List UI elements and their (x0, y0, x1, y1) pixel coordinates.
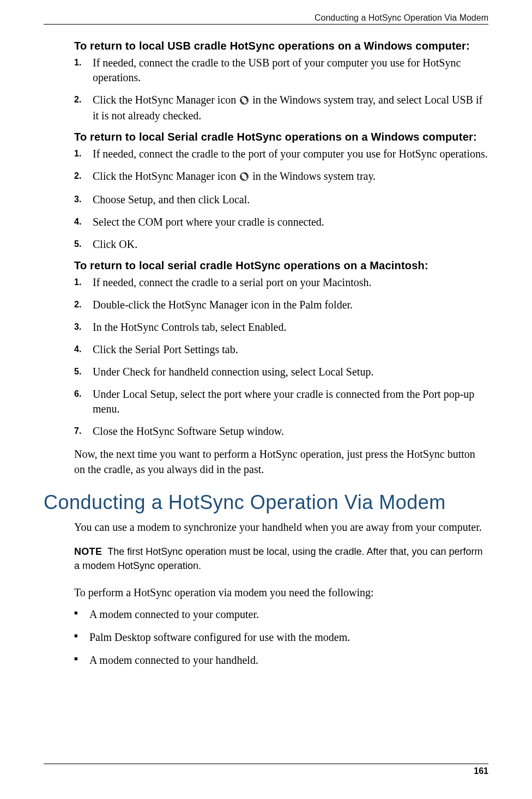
section-intro: You can use a modem to synchronize your … (74, 519, 488, 535)
step-item: If needed, connect the cradle to the USB… (74, 56, 488, 85)
step-item: Close the HotSync Software Setup window. (74, 424, 488, 439)
page-content: To return to local USB cradle HotSync op… (74, 40, 488, 668)
page-footer: 161 (44, 764, 488, 776)
procedure-steps-serial-mac: If needed, connect the cradle to a seria… (74, 275, 488, 439)
running-header: Conducting a HotSync Operation Via Modem (44, 13, 488, 23)
closing-paragraph: Now, the next time you want to perform a… (74, 446, 488, 477)
procedure-heading-usb-windows: To return to local USB cradle HotSync op… (74, 40, 488, 52)
step-item: If needed, connect the cradle to the por… (74, 147, 488, 161)
step-text-part: Click the HotSync Manager icon (93, 170, 239, 182)
list-item: Palm Desktop software configured for use… (74, 629, 488, 645)
bullet-lead-in: To perform a HotSync operation via modem… (74, 585, 488, 600)
step-item: Under Check for handheld connection usin… (74, 365, 488, 379)
step-item: Double-click the HotSync Manager icon in… (74, 298, 488, 312)
procedure-heading-serial-mac: To return to local serial cradle HotSync… (74, 259, 488, 272)
step-item: Select the COM port where your cradle is… (74, 215, 488, 229)
step-item: If needed, connect the cradle to a seria… (74, 275, 488, 290)
step-item: Under Local Setup, select the port where… (74, 387, 488, 416)
header-rule (44, 24, 488, 25)
section-title: Conducting a HotSync Operation Via Modem (44, 491, 488, 514)
procedure-steps-usb-windows: If needed, connect the cradle to the USB… (74, 56, 488, 123)
list-item: A modem connected to your computer. (74, 607, 488, 622)
step-item: Choose Setup, and then click Local. (74, 192, 488, 207)
note-block: NOTEThe first HotSync operation must be … (74, 544, 488, 573)
step-item: In the HotSync Controls tab, select Enab… (74, 320, 488, 335)
hotsync-icon (240, 170, 249, 185)
footer-rule (44, 764, 488, 764)
step-item: Click the Serial Port Settings tab. (74, 342, 488, 357)
note-text: The first HotSync operation must be loca… (74, 546, 483, 571)
page-number: 161 (44, 766, 488, 776)
procedure-heading-serial-windows: To return to local Serial cradle HotSync… (74, 131, 488, 143)
step-item: Click the HotSync Manager icon in the Wi… (74, 93, 488, 123)
hotsync-icon (240, 94, 249, 108)
requirements-list: A modem connected to your computer. Palm… (74, 607, 488, 668)
step-item: Click the HotSync Manager icon in the Wi… (74, 169, 488, 185)
step-text-part: Click the HotSync Manager icon (93, 94, 239, 106)
note-label: NOTE (74, 546, 102, 557)
step-item: Click OK. (74, 237, 488, 252)
step-text-part: in the Windows system tray. (252, 170, 376, 182)
procedure-steps-serial-windows: If needed, connect the cradle to the por… (74, 147, 488, 252)
page: Conducting a HotSync Operation Via Modem… (0, 0, 532, 799)
list-item: A modem connected to your handheld. (74, 652, 488, 668)
